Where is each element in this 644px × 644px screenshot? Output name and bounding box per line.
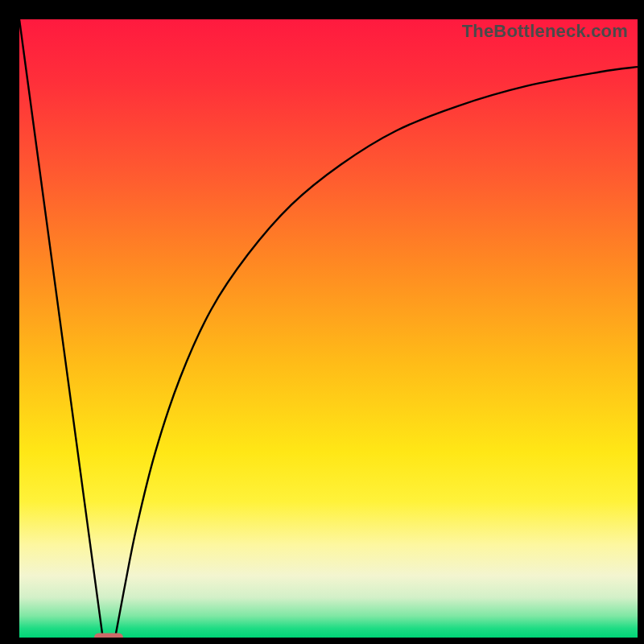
gradient-background bbox=[19, 19, 638, 638]
chart-svg bbox=[19, 19, 638, 638]
chart-frame: TheBottleneck.com bbox=[0, 0, 644, 644]
vertex-marker bbox=[94, 634, 123, 638]
watermark-text: TheBottleneck.com bbox=[462, 21, 628, 42]
plot-area: TheBottleneck.com bbox=[19, 19, 638, 638]
